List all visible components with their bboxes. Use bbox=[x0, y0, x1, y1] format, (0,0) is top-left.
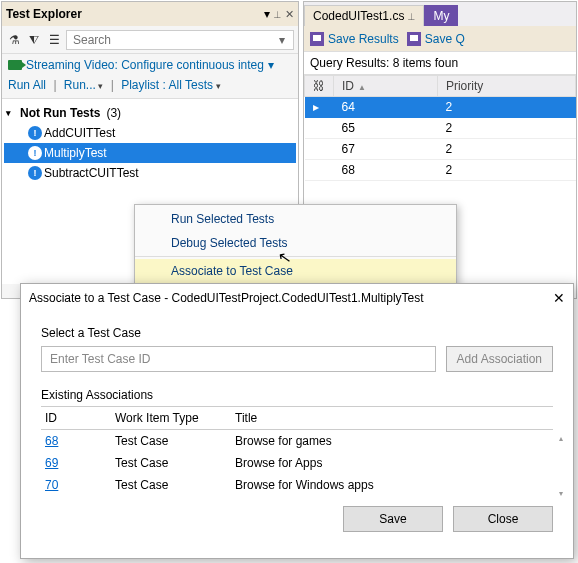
test-explorer-toolbar: ⚗ ⧨ ☰ ▾ bbox=[2, 26, 298, 54]
assoc-row[interactable]: 69Test CaseBrowse for Apps bbox=[41, 452, 553, 474]
document-toolbar: Save Results Save Q bbox=[304, 26, 576, 52]
search-field[interactable] bbox=[71, 32, 276, 48]
table-row[interactable]: 652 bbox=[305, 118, 576, 139]
save-button[interactable]: Save bbox=[343, 506, 443, 532]
test-item[interactable]: ! AddCUITTest bbox=[4, 123, 296, 143]
ctx-run-selected[interactable]: Run Selected Tests bbox=[135, 207, 456, 231]
tab-my[interactable]: My bbox=[424, 5, 458, 26]
run-strip: Run All | Run... | Playlist : All Tests bbox=[2, 76, 298, 98]
test-group-notrun[interactable]: ▾ Not Run Tests (3) bbox=[4, 103, 296, 123]
run-all-link[interactable]: Run All bbox=[8, 78, 46, 92]
table-row[interactable]: 672 bbox=[305, 139, 576, 160]
streaming-video-link[interactable]: Streaming Video: Configure continuous in… bbox=[8, 58, 292, 72]
test-item-selected[interactable]: ! MultiplyTest bbox=[4, 143, 296, 163]
col-id[interactable]: ID▲ bbox=[334, 76, 438, 97]
test-status-icon: ! bbox=[28, 146, 42, 160]
query-results-table: ⛓ ID▲ Priority ▸642 652 672 682 bbox=[304, 75, 576, 181]
tab-codeduitest[interactable]: CodedUITest1.cs ⟂ bbox=[304, 5, 424, 26]
table-row[interactable]: 682 bbox=[305, 160, 576, 181]
test-status-icon: ! bbox=[28, 126, 42, 140]
flask-icon[interactable]: ⚗ bbox=[6, 33, 22, 47]
close-button[interactable]: Close bbox=[453, 506, 553, 532]
col-id[interactable]: ID bbox=[41, 407, 111, 430]
pin-icon[interactable]: ⟂ bbox=[274, 8, 281, 20]
col-priority[interactable]: Priority bbox=[437, 76, 575, 97]
camera-icon bbox=[8, 60, 22, 70]
save-results-button[interactable]: Save Results bbox=[310, 32, 399, 46]
run-link[interactable]: Run... bbox=[64, 78, 104, 92]
id-link[interactable]: 69 bbox=[45, 456, 58, 470]
save-icon bbox=[310, 32, 324, 46]
close-icon[interactable]: ✕ bbox=[553, 290, 565, 306]
existing-assoc-label: Existing Associations bbox=[41, 388, 553, 402]
col-type[interactable]: Work Item Type bbox=[111, 407, 231, 430]
associations-table: ID Work Item Type Title 68Test CaseBrows… bbox=[41, 406, 553, 496]
table-row[interactable]: ▸642 bbox=[305, 97, 576, 118]
group-icon[interactable]: ⧨ bbox=[26, 33, 42, 47]
window-menu-icon[interactable]: ▾ bbox=[264, 7, 270, 21]
query-results-text: Query Results: 8 items foun bbox=[304, 52, 576, 75]
search-dropdown-icon[interactable]: ▾ bbox=[276, 33, 289, 47]
col-title[interactable]: Title bbox=[231, 407, 553, 430]
id-link[interactable]: 68 bbox=[45, 434, 58, 448]
dialog-titlebar: Associate to a Test Case - CodedUITestPr… bbox=[21, 284, 573, 312]
test-explorer-title: Test Explorer bbox=[6, 7, 264, 21]
save-icon bbox=[407, 32, 421, 46]
test-status-icon: ! bbox=[28, 166, 42, 180]
search-input[interactable]: ▾ bbox=[66, 30, 294, 50]
assoc-row[interactable]: 68Test CaseBrowse for games bbox=[41, 430, 553, 453]
id-link[interactable]: 70 bbox=[45, 478, 58, 492]
chevron-down-icon: ▾ bbox=[268, 58, 274, 72]
scrollbar[interactable]: ▴▾ bbox=[559, 434, 569, 498]
test-case-id-input[interactable]: Enter Test Case ID bbox=[41, 346, 436, 372]
ctx-debug-selected[interactable]: Debug Selected Tests bbox=[135, 231, 456, 257]
streaming-strip: Streaming Video: Configure continuous in… bbox=[2, 54, 298, 76]
pin-icon[interactable]: ⟂ bbox=[408, 10, 415, 22]
save-query-button[interactable]: Save Q bbox=[407, 32, 465, 46]
document-tabs: CodedUITest1.cs ⟂ My bbox=[304, 2, 576, 26]
dialog-title: Associate to a Test Case - CodedUITestPr… bbox=[29, 291, 553, 305]
associate-dialog: Associate to a Test Case - CodedUITestPr… bbox=[20, 283, 574, 559]
test-explorer-titlebar: Test Explorer ▾ ⟂ ✕ bbox=[2, 2, 298, 26]
close-icon[interactable]: ✕ bbox=[285, 8, 294, 21]
list-icon[interactable]: ☰ bbox=[46, 33, 62, 47]
ctx-associate-test-case[interactable]: Associate to Test Case bbox=[135, 259, 456, 283]
test-item[interactable]: ! SubtractCUITTest bbox=[4, 163, 296, 183]
assoc-row[interactable]: 70Test CaseBrowse for Windows apps bbox=[41, 474, 553, 496]
collapse-caret-icon[interactable]: ▾ bbox=[6, 108, 18, 118]
select-test-case-label: Select a Test Case bbox=[41, 326, 553, 340]
add-association-button[interactable]: Add Association bbox=[446, 346, 553, 372]
playlist-link[interactable]: Playlist : All Tests bbox=[121, 78, 220, 92]
link-col-icon[interactable]: ⛓ bbox=[305, 76, 334, 97]
